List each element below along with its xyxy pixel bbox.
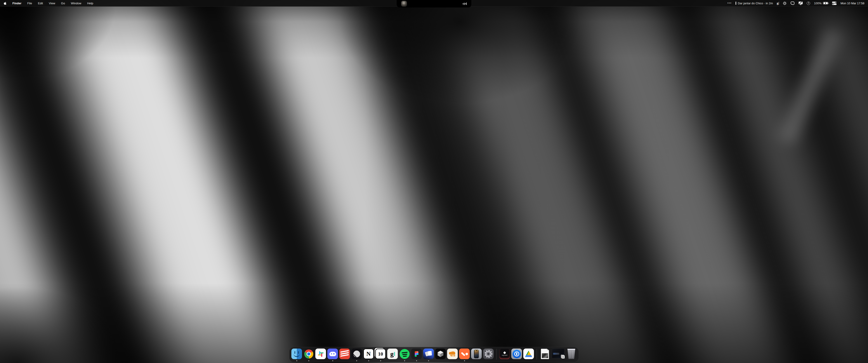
dock-item-spotify[interactable] xyxy=(399,349,410,360)
pointer-shape-menu-item[interactable] xyxy=(790,1,795,5)
asterisk-menu-item[interactable] xyxy=(783,1,786,5)
status-overflow-button[interactable]: ••• xyxy=(727,2,732,5)
notion-calendar-glyph: 10 xyxy=(378,352,383,357)
one-password-app-icon xyxy=(511,349,522,359)
spotify-icon xyxy=(399,349,410,359)
dock-item-figma[interactable] xyxy=(411,349,422,360)
dock-item-discord[interactable] xyxy=(327,349,338,360)
menu-go[interactable]: Go xyxy=(61,2,65,5)
wallpaper-vignette xyxy=(0,0,868,363)
running-indicator xyxy=(464,360,465,361)
control-center-icon xyxy=(832,3,837,5)
dock-item-slack[interactable] xyxy=(315,349,326,360)
pointer-shape-icon xyxy=(790,1,795,5)
blue-cards-app-icon xyxy=(423,349,434,359)
asterisk-icon xyxy=(783,1,786,5)
dock-item-trash[interactable] xyxy=(566,349,577,360)
menu-file[interactable]: File xyxy=(27,2,32,5)
system-settings-icon xyxy=(483,349,494,359)
notch-media-island xyxy=(397,0,471,7)
dock-item-grammarly[interactable]: g xyxy=(387,349,398,360)
running-indicator xyxy=(308,360,309,361)
notion-icon: N xyxy=(363,349,374,359)
clock[interactable]: Mon 10 Mar 17:58 xyxy=(840,2,864,5)
running-indicator xyxy=(404,360,405,361)
linear-icon xyxy=(351,349,362,359)
trash-icon xyxy=(566,349,577,359)
running-indicator xyxy=(380,360,381,361)
notion-glyph: N xyxy=(366,351,371,357)
dock-divider xyxy=(496,349,497,360)
iphone-mirroring-icon xyxy=(471,349,482,359)
cube-app-icon xyxy=(435,349,446,359)
raycast-diamond-icon xyxy=(503,351,506,354)
running-indicator xyxy=(332,360,333,361)
apple-menu[interactable] xyxy=(4,2,6,5)
running-indicator xyxy=(296,360,297,361)
running-indicator xyxy=(416,360,417,361)
battery-percent: 100% xyxy=(814,2,822,5)
discord-icon xyxy=(327,349,338,359)
menu-bar-left: Finder File Edit View Go Window Help xyxy=(4,2,93,5)
figma-icon xyxy=(411,349,422,359)
battery-charging-icon xyxy=(823,2,828,4)
minimized-window-badge: 11 xyxy=(561,355,565,359)
dock-item-minimized-window[interactable]: 11 xyxy=(552,349,565,360)
google-drive-icon xyxy=(523,349,534,359)
reminder-bar-icon xyxy=(736,2,736,5)
grammarly-caret-icon xyxy=(779,2,779,4)
dock-item-elephant-app[interactable] xyxy=(447,349,458,360)
apple-icon xyxy=(4,2,6,5)
menu-edit[interactable]: Edit xyxy=(38,2,43,5)
reminder-menu-item[interactable]: Dar jantar do Chico · in 2m xyxy=(736,2,773,5)
dock-item-raycast[interactable]: raycast xyxy=(499,349,510,360)
dock-item-todoist[interactable] xyxy=(339,349,350,360)
notion-calendar-icon: 10 xyxy=(375,349,386,359)
grammarly-app-icon: g xyxy=(387,349,398,359)
now-playing-album-art[interactable] xyxy=(401,1,407,6)
grammarly-menu-item[interactable]: g xyxy=(777,1,779,5)
running-indicator xyxy=(368,360,369,361)
dock-item-linear[interactable] xyxy=(351,349,362,360)
dock-item-chrome[interactable] xyxy=(303,349,314,360)
dock-item-system-settings[interactable] xyxy=(483,349,494,360)
raycast-label: raycast xyxy=(502,355,507,356)
one-password-menu-item[interactable] xyxy=(807,2,810,5)
todoist-icon xyxy=(339,349,350,359)
battery-menu-item[interactable]: 100% xyxy=(814,2,828,5)
chrome-icon xyxy=(303,349,314,359)
display-mirroring-menu-item[interactable] xyxy=(798,1,803,5)
dock: N 10 g xyxy=(289,347,579,362)
elephant-app-icon xyxy=(447,349,458,359)
display-mirroring-icon xyxy=(798,1,803,5)
running-indicator xyxy=(428,360,429,361)
grammarly-glyph: g xyxy=(777,1,778,5)
dock-item-notion-calendar[interactable]: 10 xyxy=(375,349,386,360)
raycast-icon: raycast xyxy=(499,349,510,359)
postman-icon xyxy=(459,349,470,359)
document-file-icon xyxy=(539,349,550,359)
audio-visualizer-icon xyxy=(463,2,467,5)
menu-app-name[interactable]: Finder xyxy=(12,2,22,5)
dock-item-notion[interactable]: N xyxy=(363,349,374,360)
menu-bar-status: ••• Dar jantar do Chico · in 2m g xyxy=(727,1,864,5)
menu-window[interactable]: Window xyxy=(71,2,81,5)
dock-item-finder[interactable] xyxy=(291,349,302,360)
control-center-menu-item[interactable] xyxy=(832,2,837,5)
dock-item-cube-app[interactable] xyxy=(435,349,446,360)
minimized-window-thumbnail: 11 xyxy=(552,349,564,358)
desktop-wallpaper xyxy=(0,0,868,363)
menu-help[interactable]: Help xyxy=(87,2,93,5)
dock-item-iphone-mirroring[interactable] xyxy=(471,349,482,360)
menu-view[interactable]: View xyxy=(49,2,55,5)
running-indicator xyxy=(356,360,357,361)
grammarly-app-glyph: g xyxy=(391,351,394,357)
dock-item-document-file[interactable] xyxy=(539,349,550,360)
finder-icon xyxy=(291,349,302,359)
reminder-text: Dar jantar do Chico · in 2m xyxy=(738,2,773,5)
dock-item-blue-cards-app[interactable] xyxy=(423,349,434,360)
dock-item-google-drive[interactable] xyxy=(523,349,534,360)
slack-icon xyxy=(315,349,326,359)
dock-item-postman[interactable] xyxy=(459,349,470,360)
dock-item-1password[interactable] xyxy=(511,349,522,360)
